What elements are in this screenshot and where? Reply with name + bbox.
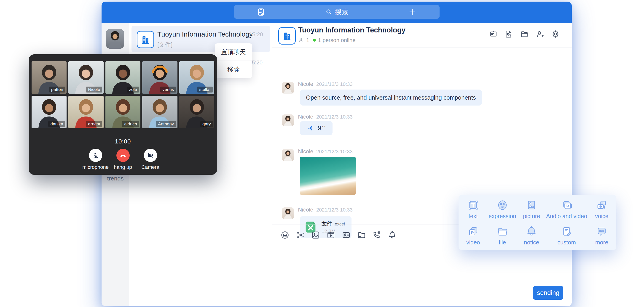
group-icon [137, 31, 154, 48]
message-type-panel: text expression picture [458, 195, 616, 250]
message-time: 2021/12/3 10:33 [316, 149, 353, 155]
conversation-last-message: [文件] [157, 41, 172, 49]
video-call-window: patton Nicole zole venus stellar danika [29, 54, 217, 175]
panel-item-notice[interactable]: notice [517, 223, 546, 249]
participant-tile: danika [32, 96, 66, 128]
message-meta: Nicole 2021/12/3 10:33 [298, 81, 353, 87]
avatar[interactable] [282, 82, 294, 94]
participant-name: Nicole [86, 87, 102, 92]
participant-tile: Nicole [68, 61, 103, 94]
contact-card-icon[interactable] [342, 231, 351, 240]
participant-name: patton [49, 87, 66, 92]
screenshot-icon[interactable] [296, 231, 305, 240]
camera-label: Camera [141, 164, 159, 170]
panel-item-picture[interactable]: picture [517, 196, 546, 223]
image-message[interactable] [300, 157, 356, 195]
announcement-icon[interactable] [489, 30, 498, 38]
image-icon[interactable] [311, 231, 320, 240]
text-icon [467, 199, 479, 211]
add-member-icon[interactable] [536, 30, 544, 38]
hangup-label: hang up [114, 164, 132, 170]
participant-tile: venus [142, 61, 177, 94]
participant-name: gary [200, 121, 213, 127]
microphone-control: microphone [82, 149, 109, 170]
voice-message-bubble[interactable]: 9`` [300, 121, 332, 135]
message-time: 2021/12/3 10:33 [316, 207, 353, 213]
chat-header-actions [489, 30, 560, 38]
file-icon [496, 225, 508, 238]
more-icon [596, 225, 608, 238]
file-icon[interactable] [357, 231, 366, 240]
folder-icon[interactable] [520, 30, 529, 38]
panel-item-audio-video[interactable]: Audio and video [546, 196, 587, 223]
search-placeholder: 搜索 [335, 7, 348, 17]
picture-icon [525, 199, 538, 211]
message-meta: Nicole 2021/12/3 10:33 [298, 148, 353, 155]
camera-off-icon [147, 152, 154, 159]
avatar[interactable] [282, 114, 294, 126]
participant-tile: zole [106, 61, 140, 94]
emoji-icon[interactable] [280, 231, 290, 240]
participant-name: venus [160, 87, 176, 92]
custom-icon [560, 225, 573, 238]
hangup-button[interactable] [116, 149, 130, 162]
message-meta: Nicole 2021/12/3 10:33 [298, 207, 353, 213]
panel-item-voice[interactable]: voice [587, 196, 616, 223]
panel-item-custom[interactable]: custom [546, 223, 587, 249]
search-bar[interactable]: 搜索 [234, 5, 440, 19]
participant-name: danika [48, 121, 65, 127]
panel-item-video[interactable]: video [458, 223, 488, 249]
participant-name: ernest [86, 121, 102, 127]
video-icon [467, 225, 479, 238]
voice-icon [596, 199, 608, 211]
plus-icon[interactable] [408, 7, 417, 16]
expression-icon [496, 199, 508, 211]
conversation-title: Tuoyun Information Technology [157, 30, 253, 38]
camera-control: Camera [137, 149, 164, 170]
panel-item-text[interactable]: text [458, 196, 488, 223]
notification-icon[interactable] [388, 231, 397, 240]
menu-item-remove[interactable]: 移除 [215, 60, 252, 78]
voice-duration: 9`` [318, 124, 326, 132]
participant-tile: patton [32, 61, 66, 94]
microphone-button[interactable] [89, 149, 102, 162]
text-message-bubble: Open source, free, and universal instant… [300, 89, 482, 105]
panel-item-more[interactable]: more [587, 223, 616, 249]
participant-name: aldrich [122, 121, 139, 127]
online-dot [313, 39, 316, 41]
members-icon [298, 37, 304, 43]
group-icon [278, 27, 296, 44]
hangup-control: hang up [109, 149, 137, 170]
trends-label: trends [102, 175, 129, 182]
avatar[interactable] [282, 207, 294, 219]
sender-name: Nicole [298, 113, 313, 120]
participant-name: zole [127, 87, 139, 92]
call-timer: 10:00 [29, 138, 217, 145]
call-controls: microphone hang up [29, 149, 217, 170]
message-time: 2021/12/3 10:33 [316, 81, 353, 87]
hangup-icon [119, 151, 127, 159]
panel-item-expression[interactable]: expression [488, 196, 517, 223]
chat-subtitle: 1 1 person online [298, 37, 356, 43]
chat-panel: Tuoyun Information Technology 1 1 person… [272, 23, 572, 306]
sender-name: Nicole [298, 207, 313, 213]
send-button[interactable]: sending [533, 286, 563, 300]
my-avatar[interactable] [106, 29, 124, 49]
participant-tile: aldrich [106, 96, 140, 128]
avatar[interactable] [282, 149, 294, 161]
sender-name: Nicole [298, 148, 313, 155]
notice-icon [525, 225, 538, 238]
page: 搜索 trends [0, 0, 644, 307]
file-search-icon[interactable] [504, 30, 513, 38]
participant-grid: patton Nicole zole venus stellar danika [29, 54, 217, 128]
video-call-icon[interactable] [372, 231, 382, 240]
camera-button[interactable] [144, 149, 157, 162]
panel-item-file[interactable]: file [488, 223, 517, 249]
settings-icon[interactable] [551, 30, 560, 38]
menu-item-pin-chat[interactable]: 置顶聊天 [215, 43, 252, 60]
participant-tile: Anthony [142, 96, 177, 128]
participant-name: Anthony [156, 121, 176, 127]
search-icon [325, 8, 332, 15]
video-icon[interactable] [326, 231, 336, 240]
top-bar: 搜索 [102, 1, 572, 23]
